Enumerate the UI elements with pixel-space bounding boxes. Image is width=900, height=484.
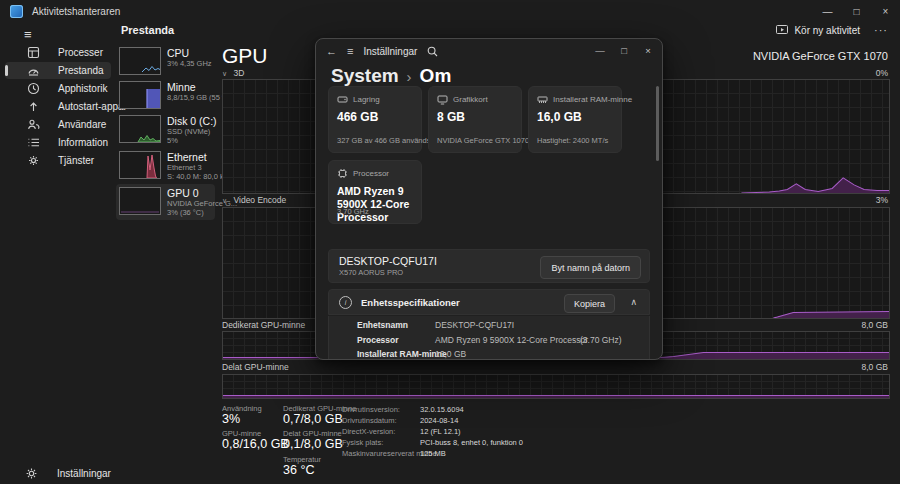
- maximize-icon[interactable]: □: [612, 39, 636, 61]
- device-specs-title: Enhetsspecifikationer: [361, 297, 460, 308]
- settings-scrollbar[interactable]: [656, 86, 659, 161]
- perf-sub: 8,8/15,9 GB (55 %): [167, 93, 212, 102]
- page-title: Prestanda: [121, 24, 174, 36]
- gpu-shared-memory-chart: [222, 374, 890, 399]
- gpu-device-name: NVIDIA GeForce GTX 1070: [753, 50, 888, 62]
- gpu-icon: [437, 94, 448, 105]
- perf-sub: S: 40,0 M: 80,0 kbit/s: [167, 172, 212, 181]
- card-sub: 3.70 GHz: [337, 207, 369, 216]
- search-icon[interactable]: [427, 46, 438, 57]
- perf-name: Minne: [167, 81, 212, 93]
- app-history-icon: [27, 82, 40, 95]
- chart-label-text: Video Encode: [234, 195, 287, 205]
- run-new-task-button[interactable]: Kör ny aktivitet: [776, 25, 860, 36]
- breadcrumb-current: Om: [420, 65, 452, 87]
- perf-name: GPU 0: [167, 187, 212, 199]
- chart-shared-memory-value: 8,0 GB: [862, 362, 888, 372]
- chart-3d-value: 0%: [876, 68, 888, 78]
- perf-name: Disk 0 (C:): [167, 115, 212, 127]
- temperature-value: 36 °C: [283, 463, 314, 477]
- disk-mini-chart: [119, 115, 161, 143]
- perf-sub: 3% 4,35 GHz: [167, 59, 212, 68]
- perf-item-minne[interactable]: Minne 8,8/15,9 GB (55 %): [116, 78, 215, 112]
- chevron-up-icon[interactable]: ∧: [630, 297, 637, 307]
- rename-pc-button[interactable]: Byt namn på datorn: [540, 256, 641, 279]
- card-value: 466 GB: [337, 111, 413, 124]
- perf-item-ethernet[interactable]: Ethernet Ethernet 3 S: 40,0 M: 80,0 kbit…: [116, 148, 215, 184]
- driver-version-label: Drivrutinsversion:: [342, 405, 400, 414]
- chart-3d-label[interactable]: ∨ 3D: [222, 68, 244, 78]
- chart-dedicated-memory-label: Dedikerat GPU-minne: [222, 320, 305, 330]
- more-options-button[interactable]: ···: [874, 24, 888, 36]
- driver-date-label: Drivrutinsdatum:: [342, 416, 397, 425]
- spec-value: DESKTOP-CQFU17I: [435, 320, 514, 330]
- perf-item-cpu[interactable]: CPU 3% 4,35 GHz: [116, 44, 215, 78]
- directx-version-value: 12 (FL 12.1): [420, 427, 461, 436]
- close-icon[interactable]: ×: [636, 39, 660, 61]
- maximize-icon[interactable]: □: [842, 0, 871, 22]
- sidebar-item-installningar[interactable]: Inställningar: [25, 467, 111, 480]
- sidebar-item-label: Tjänster: [58, 155, 94, 166]
- ethernet-mini-chart: [119, 151, 161, 179]
- settings-window-title: Inställningar: [363, 46, 417, 57]
- copy-button[interactable]: Kopiera: [564, 294, 615, 313]
- chart-video-encode-value: 3%: [876, 195, 888, 205]
- settings-gear-icon: [25, 467, 38, 480]
- perf-name: CPU: [167, 47, 212, 59]
- sidebar-item-tjanster[interactable]: Tjänster: [5, 152, 111, 169]
- sidebar-item-label: Information: [58, 137, 108, 148]
- device-specs-header[interactable]: i Enhetsspecifikationer Kopiera ∧: [328, 289, 650, 315]
- ram-card: Installerat RAM-minne 16,0 GB Hastighet:…: [528, 86, 622, 153]
- gpu-mini-chart: [119, 187, 161, 215]
- users-icon: [27, 118, 40, 131]
- card-value: 8 GB: [437, 111, 513, 124]
- shared-memory-value: 0,1/8,0 GB: [283, 437, 343, 451]
- device-board: X570 AORUS PRO: [339, 268, 437, 277]
- cpu-icon: [337, 168, 348, 179]
- window-title: Aktivitetshanteraren: [32, 6, 120, 17]
- perf-name: Ethernet: [167, 151, 212, 163]
- sidebar-item-anvandare[interactable]: Användare: [5, 116, 111, 133]
- spec-value: AMD Ryzen 9 5900X 12-Core Processor: [435, 335, 588, 345]
- breadcrumb-system[interactable]: System: [331, 65, 399, 87]
- sidebar-item-label: Apphistorik: [58, 83, 107, 94]
- card-label: Processor: [353, 169, 389, 178]
- minimize-icon[interactable]: —: [813, 0, 842, 22]
- chart-label-text: Delat GPU-minne: [222, 362, 289, 372]
- gpu-page-title: GPU: [222, 44, 268, 68]
- hamburger-icon[interactable]: ≡: [24, 27, 32, 42]
- directx-version-label: DirectX-version:: [342, 427, 395, 436]
- perf-sub: Ethernet 3: [167, 163, 212, 172]
- hamburger-icon[interactable]: ≡: [347, 45, 353, 57]
- sidebar-item-autostart-appar[interactable]: Autostart-appar: [5, 98, 111, 115]
- processes-icon: [27, 46, 40, 59]
- device-name: DESKTOP-CQFU17I: [339, 255, 437, 267]
- minimize-icon[interactable]: —: [588, 39, 612, 61]
- card-sub: NVIDIA GeForce GTX 1070: [437, 136, 529, 145]
- gpu-memory-value: 0,8/16,0 GB: [222, 437, 289, 451]
- sidebar-item-apphistorik[interactable]: Apphistorik: [5, 80, 111, 97]
- back-icon[interactable]: ←: [326, 45, 337, 57]
- chart-video-encode-label[interactable]: ∨ Video Encode: [222, 195, 286, 205]
- device-specs-table: Enhetsnamn DESKTOP-CQFU17I Processor AMD…: [328, 316, 650, 359]
- performance-list: CPU 3% 4,35 GHz Minne 8,8/15,9 GB (55 %)…: [116, 44, 215, 220]
- usage-value: 3%: [222, 412, 240, 426]
- startup-apps-icon: [27, 100, 40, 113]
- perf-item-gpu[interactable]: GPU 0 NVIDIA GeForce G... 3% (36 °C): [116, 184, 215, 220]
- details-icon: [27, 136, 40, 149]
- chevron-down-icon: ∨: [222, 70, 227, 77]
- sidebar-item-information[interactable]: Information: [5, 134, 111, 151]
- spec-value-extra: (3.70 GHz): [580, 335, 622, 345]
- perf-item-disk[interactable]: Disk 0 (C:) SSD (NVMe) 5%: [116, 112, 215, 148]
- graphics-card: Grafikkort 8 GB NVIDIA GeForce GTX 1070: [428, 86, 522, 153]
- sidebar-item-prestanda[interactable]: Prestanda: [5, 62, 111, 79]
- chart-label-text: Dedikerat GPU-minne: [222, 320, 305, 330]
- info-icon: i: [339, 296, 352, 309]
- sidebar-item-processer[interactable]: Processer: [5, 44, 111, 61]
- chart-dedicated-memory-value: 8,0 GB: [862, 320, 888, 330]
- spec-label: Processor: [357, 335, 399, 345]
- dedicated-memory-value: 0,7/8,0 GB: [283, 412, 343, 426]
- close-icon[interactable]: ×: [871, 0, 900, 22]
- sidebar-item-label: Processer: [58, 47, 103, 58]
- cpu-mini-chart: [119, 47, 161, 75]
